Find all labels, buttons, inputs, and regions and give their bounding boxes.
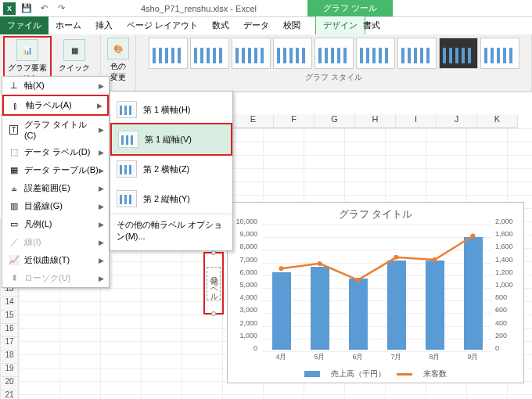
tab-data[interactable]: データ — [236, 16, 276, 34]
row-header[interactable]: 16 — [0, 324, 19, 337]
axis-label-icon: ⫿ — [9, 100, 23, 111]
tab-insert[interactable]: 挿入 — [88, 16, 120, 34]
resize-handle[interactable] — [211, 311, 216, 316]
style-thumb-9[interactable] — [480, 38, 519, 69]
embedded-chart[interactable]: グラフ タイトル 01,0002,0003,0004,0005,0006,000… — [227, 202, 524, 383]
chevron-right-icon: ▶ — [99, 275, 104, 282]
style-thumb-3[interactable] — [232, 38, 271, 69]
tab-review[interactable]: 校閲 — [276, 16, 307, 34]
row-header[interactable]: 20 — [0, 377, 19, 390]
row-header[interactable]: 21 — [0, 390, 19, 399]
style-thumb-6[interactable] — [356, 38, 395, 69]
chart-legend[interactable]: 売上高（千円） 来客数 — [228, 368, 523, 379]
chevron-right-icon: ▶ — [99, 185, 104, 192]
legend-icon: ▭ — [7, 219, 21, 230]
menu-data-table[interactable]: ▦データ テーブル(B)▶ — [2, 161, 109, 179]
bar-series[interactable] — [262, 225, 492, 350]
x-tick-label: 6月 — [352, 352, 363, 362]
x-tick-label: 5月 — [314, 352, 325, 362]
bar[interactable] — [387, 261, 406, 350]
menu-updown-bars: ⬍ローソク(U)▶ — [2, 269, 109, 287]
col-header[interactable]: H — [355, 114, 396, 128]
axis-labels-submenu: 第 1 横軸(H) 第 1 縦軸(V) 第 2 横軸(Z) 第 2 縦軸(Y) … — [110, 91, 233, 251]
chart-element-menu: ⊥軸(X)▶ ⫿軸ラベル(A)▶ 🅃グラフ タイトル(C)▶ ⬚データ ラベル(… — [2, 76, 110, 288]
redo-icon[interactable]: ↷ — [55, 2, 67, 15]
menu-data-labels[interactable]: ⬚データ ラベル(D)▶ — [2, 143, 109, 161]
gridlines-icon: ▥ — [7, 201, 21, 212]
axis-label-textbox-selected[interactable]: 軸ラベル — [203, 252, 224, 315]
error-bars-icon: ⫨ — [7, 183, 21, 194]
save-icon[interactable]: 💾 — [20, 2, 33, 15]
chevron-right-icon: ▶ — [99, 239, 104, 246]
submenu-primary-horizontal[interactable]: 第 1 横軸(H) — [110, 95, 232, 124]
submenu-secondary-vertical[interactable]: 第 2 縦軸(Y) — [110, 184, 232, 214]
style-thumb-5[interactable] — [315, 38, 354, 69]
style-thumb-7[interactable] — [397, 38, 437, 69]
menu-axis-labels[interactable]: ⫿軸ラベル(A)▶ — [2, 95, 109, 116]
chevron-right-icon: ▶ — [99, 126, 104, 134]
style-thumb-2[interactable] — [190, 38, 229, 69]
data-table-icon: ▦ — [7, 165, 21, 176]
chevron-right-icon: ▶ — [99, 257, 104, 264]
x-tick-label: 8月 — [429, 352, 440, 362]
quick-layout-icon: ▦ — [63, 39, 85, 61]
y-axis-right: 02004006008001,0001,2001,4001,6001,8002,… — [494, 221, 523, 350]
chevron-right-icon: ▶ — [99, 203, 104, 210]
window-title: 4sho_P71_renshu.xlsx - Excel — [141, 4, 257, 13]
chevron-right-icon: ▶ — [99, 149, 104, 156]
bar[interactable] — [464, 237, 483, 350]
axis-h1-icon — [117, 101, 137, 118]
style-thumb-1[interactable] — [149, 38, 188, 69]
trendline-icon: 📈 — [7, 255, 21, 266]
chevron-right-icon: ▶ — [99, 167, 104, 174]
tab-file[interactable]: ファイル — [0, 16, 49, 34]
tab-formulas[interactable]: 数式 — [205, 16, 236, 34]
bar[interactable] — [349, 279, 368, 350]
tab-home[interactable]: ホーム — [49, 16, 88, 34]
chevron-right-icon: ▶ — [99, 221, 104, 228]
x-tick-label: 4月 — [275, 352, 286, 362]
col-header[interactable]: F — [274, 114, 315, 128]
row-header[interactable]: 15 — [0, 311, 19, 324]
style-thumb-8[interactable] — [439, 38, 478, 69]
bar[interactable] — [311, 267, 329, 350]
row-header[interactable]: 18 — [0, 350, 19, 364]
menu-chart-title[interactable]: 🅃グラフ タイトル(C)▶ — [2, 116, 109, 143]
submenu-more-options[interactable]: その他の軸ラベル オプション(M)... — [110, 214, 232, 247]
menu-error-bars[interactable]: ⫨誤差範囲(E)▶ — [2, 179, 109, 197]
col-header[interactable]: E — [233, 114, 274, 128]
row-header[interactable]: 19 — [0, 364, 19, 377]
tab-format[interactable]: 書式 — [356, 16, 387, 34]
row-header[interactable]: 14 — [0, 297, 19, 311]
undo-icon[interactable]: ↶ — [38, 2, 50, 15]
row-header[interactable]: 17 — [0, 337, 19, 350]
chart-styles-label: グラフ スタイル — [305, 70, 362, 83]
x-tick-label: 7月 — [390, 352, 401, 362]
col-header[interactable]: K — [477, 114, 518, 128]
menu-axes[interactable]: ⊥軸(X)▶ — [2, 77, 109, 95]
x-axis-labels: 4月5月6月7月8月9月 — [262, 352, 492, 362]
x-tick-label: 9月 — [467, 352, 478, 362]
menu-trendline[interactable]: 📈近似曲線(T)▶ — [2, 251, 109, 269]
chart-title[interactable]: グラフ タイトル — [228, 203, 523, 226]
col-header[interactable]: J — [437, 114, 477, 128]
legend-swatch-bar — [304, 371, 320, 377]
col-header[interactable]: G — [315, 114, 355, 128]
menu-legend[interactable]: ▭凡例(L)▶ — [2, 215, 109, 233]
bar[interactable] — [272, 272, 291, 350]
tab-page-layout[interactable]: ページ レイアウト — [120, 16, 205, 34]
menu-lines: ／線(I)▶ — [2, 233, 109, 251]
submenu-secondary-horizontal[interactable]: 第 2 横軸(Z) — [110, 154, 232, 184]
bar[interactable] — [426, 261, 444, 350]
submenu-primary-vertical[interactable]: 第 1 縦軸(V) — [110, 123, 232, 156]
col-header[interactable]: I — [396, 114, 437, 128]
menu-gridlines[interactable]: ▥目盛線(G)▶ — [2, 197, 109, 215]
axis-label-text[interactable]: 軸ラベル — [207, 267, 221, 300]
legend-swatch-line — [397, 373, 412, 376]
colors-icon: 🎨 — [107, 38, 129, 59]
chart-style-gallery[interactable] — [147, 36, 521, 70]
style-thumb-4[interactable] — [273, 38, 312, 69]
excel-icon: X — [3, 2, 16, 15]
chart-element-icon: 📊 — [16, 39, 38, 61]
quick-access-toolbar: X 💾 ↶ ↷ — [0, 2, 70, 15]
